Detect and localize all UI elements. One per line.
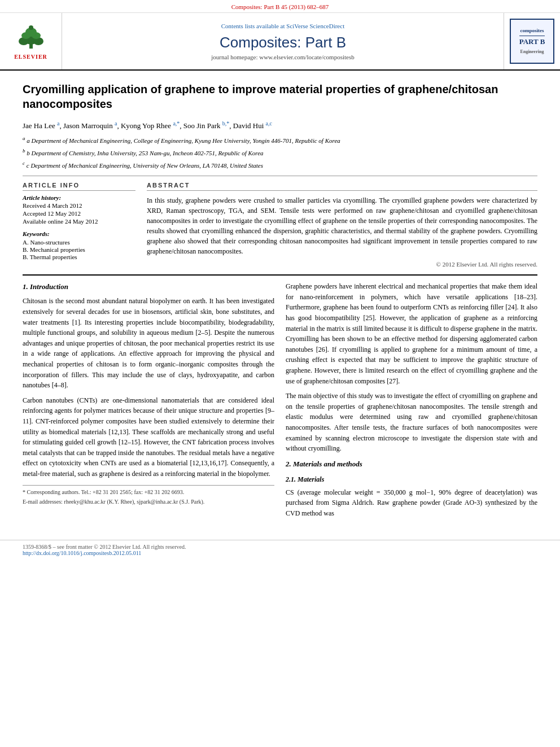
online-date: Available online 24 May 2012 xyxy=(23,218,135,225)
keyword-3: B. Thermal properties xyxy=(23,254,135,260)
affiliation-c: c c Department of Mechanical Engineering… xyxy=(23,160,537,170)
badge-engineering: Engineering xyxy=(519,49,545,55)
intro-title: 1. Introduction xyxy=(23,281,274,292)
footnote-area: * Corresponding authors. Tel.: +82 31 20… xyxy=(23,485,274,506)
abstract-copyright: © 2012 Elsevier Ltd. All rights reserved… xyxy=(147,261,537,268)
journal-url: journal homepage: www.elsevier.com/locat… xyxy=(211,54,354,60)
composites-badge: composites PART B Engineering xyxy=(510,19,554,64)
svg-point-7 xyxy=(29,25,33,30)
intro-para-1: Chitosan is the second most abundant nat… xyxy=(23,296,274,390)
elsevier-logo: ELSEVIER xyxy=(0,13,62,69)
sciverse-line: Contents lists available at SciVerse Sci… xyxy=(221,23,344,29)
issn-line: 1359-8368/$ – see front matter © 2012 El… xyxy=(23,544,537,550)
journal-center-header: Contents lists available at SciVerse Sci… xyxy=(62,13,504,69)
accepted-date: Accepted 12 May 2012 xyxy=(23,210,135,217)
right-body-col: Graphene powders have inherent electrica… xyxy=(286,281,537,523)
intro-para-2: Carbon nanotubes (CNTs) are one-dimensio… xyxy=(23,395,274,479)
received-date: Received 4 March 2012 xyxy=(23,202,135,209)
left-body-col: 1. Introduction Chitosan is the second m… xyxy=(23,281,274,523)
body-divider xyxy=(23,274,537,276)
materials-sub-title: 2.1. Materials xyxy=(286,474,537,485)
footnote-emails: E-mail addresses: rheeky@khu.ac.kr (K.Y.… xyxy=(23,497,274,506)
keyword-2: B. Mechanical properties xyxy=(23,246,135,253)
elsevier-tree-icon xyxy=(11,23,51,51)
journal-header-area: ELSEVIER Contents lists available at Sci… xyxy=(0,13,560,71)
materials-para-1: CS (average molecular weight = 350,000 g… xyxy=(286,487,537,519)
article-info-title: ARTICLE INFO xyxy=(23,182,135,191)
journal-logo-right: composites PART B Engineering xyxy=(504,13,560,69)
history-label: Article history: xyxy=(23,194,135,201)
materials-title: 2. Materials and methods xyxy=(286,458,537,470)
sciverse-link-text[interactable]: SciVerse ScienceDirect xyxy=(286,23,344,29)
paper-content: Cryomilling application of graphene to i… xyxy=(0,71,560,534)
abstract-text: In this study, graphene powders were cru… xyxy=(147,195,537,256)
abstract-title: ABSTRACT xyxy=(147,182,537,191)
intro-para-3: Graphene powders have inherent electrica… xyxy=(286,281,537,386)
keywords-label: Keywords: xyxy=(23,230,135,237)
journal-ref-text: Composites: Part B 45 (2013) 682–687 xyxy=(231,3,329,10)
header-divider xyxy=(23,176,537,176)
paper-title: Cryomilling application of graphene to i… xyxy=(23,82,537,111)
doi-line[interactable]: http://dx.doi.org/10.1016/j.compositesb.… xyxy=(23,550,537,556)
keyword-1: A. Nano-structures xyxy=(23,239,135,246)
affiliation-a: a a Department of Mechanical Engineering… xyxy=(23,135,537,145)
body-columns: 1. Introduction Chitosan is the second m… xyxy=(23,281,537,523)
article-info-abstract: ARTICLE INFO Article history: Received 4… xyxy=(23,182,537,268)
intro-para-4: The main objective of this study was to … xyxy=(286,391,537,454)
authors-line: Jae Ha Lee a, Jason Marroquin a, Kyong Y… xyxy=(23,119,537,132)
journal-title: Composites: Part B xyxy=(220,34,346,51)
elsevier-text: ELSEVIER xyxy=(14,54,47,60)
footnote-corresponding: * Corresponding authors. Tel.: +82 31 20… xyxy=(23,488,274,497)
article-info-col: ARTICLE INFO Article history: Received 4… xyxy=(23,182,135,268)
bottom-bar: 1359-8368/$ – see front matter © 2012 El… xyxy=(0,540,560,560)
journal-reference: Composites: Part B 45 (2013) 682–687 xyxy=(0,0,560,13)
badge-line2: PART B xyxy=(519,36,545,47)
affiliation-b: b b Department of Chemistry, Inha Univer… xyxy=(23,147,537,158)
badge-line1: composites xyxy=(519,28,545,34)
abstract-col: ABSTRACT In this study, graphene powders… xyxy=(147,182,537,268)
